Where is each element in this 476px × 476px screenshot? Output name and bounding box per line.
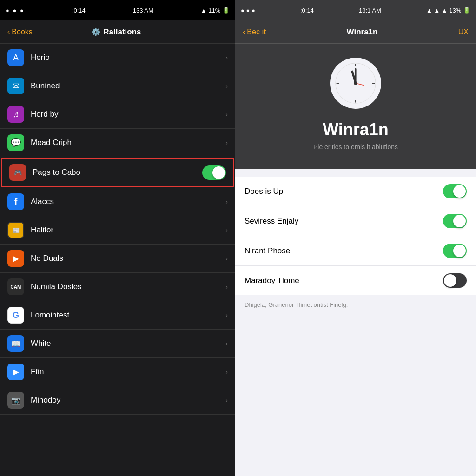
chevron-icon-alaccs: ›: [225, 198, 228, 205]
svg-point-4: [354, 81, 357, 85]
list-item-bunined[interactable]: ✉ Bunined ›: [0, 72, 235, 100]
toggle-does-is-up[interactable]: [443, 184, 467, 198]
nav-title-left: ⚙️ Rallations: [33, 27, 200, 37]
back-button-left[interactable]: ‹ Books: [7, 28, 33, 36]
toggle-nirant-phose[interactable]: [443, 244, 467, 258]
app-header: Winra1n Pie erities to ernis it ablution…: [235, 44, 476, 169]
nav-title-right: Winra1n: [266, 27, 458, 37]
row-label-maradoy-tlome: Maradoy Tlome: [245, 276, 443, 285]
item-label-ffin: Ffin: [31, 367, 225, 377]
chevron-left-icon-right: ‹: [243, 28, 245, 36]
status-bar-left: ● ● ● :0:14 133 AM ▲ 11% 🔋: [0, 0, 235, 20]
list-item-hord-by[interactable]: ♬ Hord by ›: [0, 100, 235, 129]
carrier-left: :0:14: [72, 7, 86, 14]
app-icon-pags-to-cabo: 🎮: [9, 164, 26, 181]
back-button-right[interactable]: ‹ Bec ıt: [243, 28, 266, 36]
item-label-white: White: [31, 339, 225, 348]
settings-list-left: A Herio › ✉ Bunined › ♬ Hord by › 💬 Mead…: [0, 44, 235, 476]
toggle-seviress-enjaly[interactable]: [443, 214, 467, 228]
battery-right: 13%: [449, 7, 461, 14]
list-item-alaccs[interactable]: f Alaccs ›: [0, 188, 235, 216]
list-item-numila-dosles[interactable]: CAM Numila Dosles ›: [0, 273, 235, 301]
list-item-mead-criph[interactable]: 💬 Mead Criph ›: [0, 129, 235, 157]
settings-content-right: Does is Up Seviress Enjaly Nirant Phose …: [235, 169, 476, 476]
battery-icon-right: 🔋: [463, 7, 470, 14]
app-icon-hord-by: ♬: [7, 106, 24, 123]
row-label-nirant-phose: Nirant Phose: [245, 246, 443, 256]
footer-text-right: Dhigela, Granenor Tlimet ontist Finelg.: [235, 296, 476, 314]
app-icon-bunined: ✉: [7, 78, 24, 94]
list-item-pags-to-cabo[interactable]: 🎮 Pags to Cabo: [1, 158, 234, 187]
gear-icon: ⚙️: [91, 27, 100, 36]
battery-icon-left: 🔋: [222, 7, 230, 14]
chevron-icon-herio: ›: [225, 54, 228, 61]
list-item-lomointest[interactable]: G Lomointest ›: [0, 301, 235, 330]
item-label-pags-to-cabo: Pags to Cabo: [33, 168, 202, 177]
clock-svg: [335, 62, 377, 104]
list-item-no-duals[interactable]: ▶ No Duals ›: [0, 245, 235, 273]
item-label-halitor: Halitor: [31, 225, 225, 235]
item-label-minodoy: Minodoy: [31, 396, 225, 405]
time-left: 133 AM: [133, 7, 153, 14]
list-item-white[interactable]: 📖 White ›: [0, 330, 235, 358]
chevron-icon-no-duals: ›: [225, 255, 228, 262]
battery-right-area: ▲ ▲ ▲ 13% 🔋: [426, 7, 470, 14]
toggle-knob-nirant-phose: [453, 245, 466, 257]
item-label-hord-by: Hord by: [31, 110, 225, 119]
app-icon-lomointest: G: [7, 307, 24, 324]
clock-icon: [330, 58, 381, 109]
toggle-knob-seviress-enjaly: [453, 215, 466, 227]
status-bar-right: ● ● ● :0:14 13:1 AM ▲ ▲ ▲ 13% 🔋: [235, 0, 476, 20]
item-label-lomointest: Lomointest: [31, 311, 225, 320]
app-title-right: Winra1n: [323, 120, 389, 139]
chevron-icon-mead-criph: ›: [225, 139, 228, 146]
chevron-icon-white: ›: [225, 340, 228, 347]
settings-row-seviress-enjaly[interactable]: Seviress Enjaly: [235, 206, 476, 236]
chevron-icon-lomointest: ›: [225, 311, 228, 319]
row-label-does-is-up: Does is Up: [245, 187, 443, 196]
row-label-seviress-enjaly: Seviress Enjaly: [245, 217, 443, 226]
battery-left: 11%: [208, 7, 220, 14]
app-subtitle: Pie erities to ernis it ablutions: [313, 143, 398, 151]
nav-bar-left: ‹ Books ⚙️ Rallations: [0, 20, 235, 44]
nav-action-button[interactable]: UX: [458, 28, 469, 36]
item-label-mead-criph: Mead Criph: [31, 138, 225, 147]
right-panel: ● ● ● :0:14 13:1 AM ▲ ▲ ▲ 13% 🔋 ‹ Bec ıt…: [235, 0, 476, 476]
list-item-minodoy[interactable]: 📷 Minodoy ›: [0, 386, 235, 415]
chevron-icon-hord-by: ›: [225, 111, 228, 118]
app-icon-alaccs: f: [7, 193, 24, 210]
chevron-icon-numila-dosles: ›: [225, 283, 228, 291]
toggle-maradoy-tlome[interactable]: [443, 273, 467, 288]
app-icon-mead-criph: 💬: [7, 134, 24, 151]
item-label-no-duals: No Duals: [31, 254, 225, 263]
chevron-icon-ffin: ›: [225, 368, 228, 376]
toggle-knob-pags-to-cabo: [212, 166, 225, 179]
settings-row-maradoy-tlome[interactable]: Maradoy Tlome: [235, 266, 476, 295]
settings-row-nirant-phose[interactable]: Nirant Phose: [235, 236, 476, 266]
nav-title-text-right: Winra1n: [347, 27, 378, 36]
settings-row-does-is-up[interactable]: Does is Up: [235, 177, 476, 206]
app-icon-herio: A: [7, 49, 24, 66]
battery-icons-left: ▲ 11% 🔋: [201, 7, 230, 14]
chevron-icon-minodoy: ›: [225, 397, 228, 404]
nav-title-text-left: Rallations: [103, 27, 141, 37]
toggle-knob-does-is-up: [453, 185, 466, 198]
app-icon-minodoy: 📷: [7, 392, 24, 409]
left-panel: ● ● ● :0:14 133 AM ▲ 11% 🔋 ‹ Books ⚙️ Ra…: [0, 0, 235, 476]
chevron-icon-halitor: ›: [225, 226, 228, 234]
toggle-pags-to-cabo[interactable]: [202, 165, 226, 180]
time-right: 13:1 AM: [359, 7, 381, 14]
item-label-numila-dosles: Numila Dosles: [31, 282, 225, 291]
list-item-halitor[interactable]: 📰 Halitor ›: [0, 216, 235, 245]
back-label-left: Books: [12, 28, 32, 36]
list-item-ffin[interactable]: ▶ Ffin ›: [0, 358, 235, 386]
item-label-alaccs: Alaccs: [31, 197, 225, 206]
nav-bar-right: ‹ Bec ıt Winra1n UX: [235, 20, 476, 44]
signal-dots-right: ● ● ●: [241, 7, 255, 14]
item-label-herio: Herio: [31, 53, 225, 62]
signal-dots: ● ● ●: [6, 7, 25, 14]
list-item-herio[interactable]: A Herio ›: [0, 44, 235, 72]
back-label-right: Bec ıt: [247, 28, 266, 36]
chevron-left-icon: ‹: [7, 28, 10, 36]
item-label-bunined: Bunined: [31, 81, 225, 91]
